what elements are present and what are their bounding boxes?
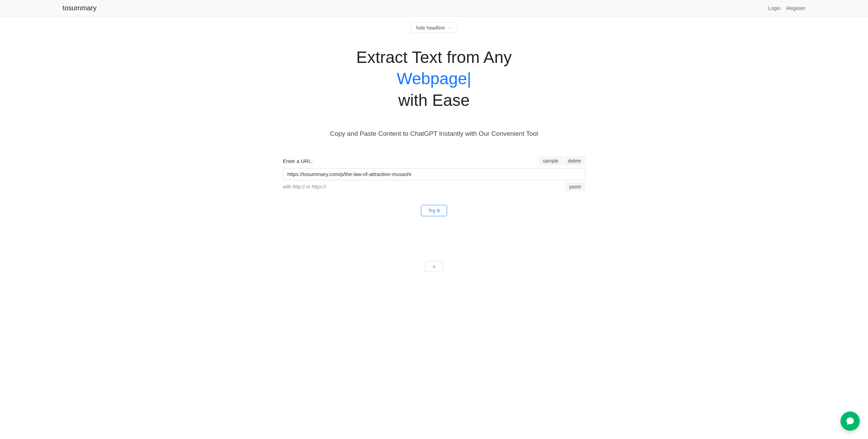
url-label: Enter a URL: (283, 158, 313, 164)
url-input[interactable] (283, 168, 585, 180)
submit-wrap: Try It (283, 205, 585, 216)
hero-title-typed: Webpage (397, 69, 467, 88)
hero-title-line1: Extract Text from Any (356, 48, 512, 66)
hide-headline-button[interactable]: hide headline (411, 23, 457, 33)
sample-button[interactable]: sample (539, 156, 563, 165)
delete-button[interactable]: delete (564, 156, 585, 165)
url-hint: with http:// or https:// (283, 184, 326, 189)
brand-logo[interactable]: tosummary (11, 4, 97, 12)
typing-cursor: | (467, 69, 471, 88)
try-it-button[interactable]: Try It (421, 205, 447, 216)
paste-button[interactable]: paste (565, 182, 585, 191)
nav-links: Login Register (768, 5, 857, 11)
arrow-down-icon (432, 264, 436, 269)
url-form: Enter a URL: sample delete with http:// … (283, 156, 585, 216)
form-row-top: Enter a URL: sample delete (283, 156, 585, 165)
main-content: hide headline Extract Text from Any Webp… (276, 23, 592, 272)
hero-subhead: Copy and Paste Content to ChatGPT Instan… (283, 130, 585, 138)
chevron-down-icon (448, 26, 452, 30)
header: tosummary Login Register (0, 0, 868, 17)
scroll-down-wrap (283, 261, 585, 272)
form-row-bottom: with http:// or https:// paste (283, 182, 585, 191)
register-link[interactable]: Register (786, 5, 805, 11)
hero-title-line3: with Ease (398, 91, 470, 109)
hero-title: Extract Text from Any Webpage| with Ease (283, 47, 585, 111)
scroll-down-button[interactable] (425, 261, 443, 272)
login-link[interactable]: Login (768, 5, 781, 11)
hide-headline-label: hide headline (416, 25, 445, 31)
hide-headline-wrap: hide headline (283, 23, 585, 33)
features-section: Effortlessly extract text from No more m… (228, 272, 640, 282)
mini-buttons: sample delete (539, 156, 585, 165)
